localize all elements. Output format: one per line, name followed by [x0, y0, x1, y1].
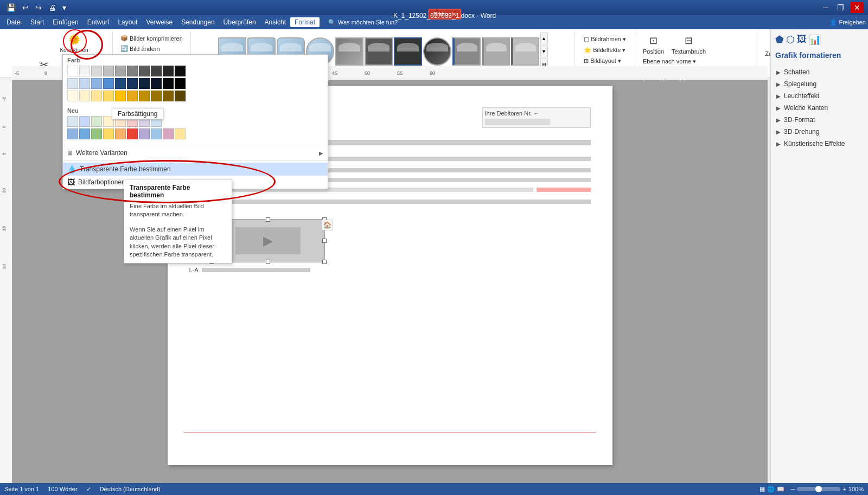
bildrahmen-button[interactable]: ▢ Bildrahmen ▾ [582, 35, 628, 44]
swatch-y7[interactable] [139, 91, 150, 101]
close-icon[interactable]: ✕ [851, 2, 864, 13]
swatch-y2[interactable] [79, 91, 90, 101]
swatch-n5[interactable] [115, 116, 126, 127]
swatch-y10[interactable] [175, 91, 186, 101]
pentagon-icon[interactable]: ⬟ [775, 34, 784, 46]
swatch-n4[interactable] [103, 116, 114, 127]
zoom-in-icon[interactable]: + [843, 486, 846, 492]
redo-icon[interactable]: ↪ [33, 2, 44, 13]
swatch-r2[interactable] [79, 128, 90, 139]
gallery-scroll-down[interactable]: ▼ [540, 46, 548, 57]
korrekturen-button[interactable]: 🌞 Korrekturen [61, 33, 87, 54]
zoom-out-icon[interactable]: ─ [791, 486, 795, 492]
image-icon[interactable]: 🖼 [797, 34, 807, 46]
position-button[interactable]: ⊡ Position [641, 34, 666, 56]
swatch-y9[interactable] [163, 91, 174, 101]
tab-einfugen[interactable]: Einfügen [48, 17, 82, 27]
swatch-1[interactable] [79, 66, 90, 76]
swatch-9[interactable] [175, 66, 186, 76]
handle-tc[interactable] [266, 217, 270, 222]
swatch-y8[interactable] [151, 91, 162, 101]
swatch-r8[interactable] [151, 128, 162, 139]
gallery-item-10[interactable] [482, 37, 510, 66]
swatch-y6[interactable] [127, 91, 138, 101]
swatch-b6[interactable] [127, 78, 138, 89]
weiche-kanten-item[interactable]: ▶ Weiche Kanten [775, 102, 864, 114]
weitere-varianten-item[interactable]: ⊞ Weitere Varianten ▶ [63, 147, 328, 159]
transparente-farbe-item[interactable]: 💧 Transparente Farbe bestimmen [63, 163, 328, 176]
swatch-b7[interactable] [139, 78, 150, 89]
view-normal-icon[interactable]: ▦ [760, 486, 765, 493]
swatch-n2[interactable] [79, 116, 90, 127]
3d-drehung-item[interactable]: ▶ 3D-Drehung [775, 126, 864, 138]
ebene-vorne-button[interactable]: Ebene nach vorne ▾ [641, 57, 750, 66]
print-icon[interactable]: 🖨 [46, 2, 58, 13]
gallery-item-5[interactable] [335, 37, 363, 66]
swatch-r9[interactable] [163, 128, 174, 139]
swatch-6[interactable] [139, 66, 150, 76]
tab-entwurf[interactable]: Entwurf [83, 17, 114, 27]
customize-icon[interactable]: ▾ [60, 2, 68, 13]
swatch-y3[interactable] [91, 91, 102, 101]
swatch-b5[interactable] [115, 78, 126, 89]
tab-start[interactable]: Start [26, 17, 48, 27]
undo-icon[interactable]: ↩ [20, 2, 31, 13]
swatch-n7[interactable] [139, 116, 150, 127]
kunstlerische-effekte-item[interactable]: ▶ Künstlerische Effekte [775, 138, 864, 150]
swatch-b9[interactable] [163, 78, 174, 89]
swatch-n8[interactable] [151, 116, 162, 127]
swatch-white[interactable] [67, 66, 78, 76]
tab-uberprüfen[interactable]: Überprüfen [219, 17, 260, 27]
tab-datei[interactable]: Datei [2, 17, 26, 27]
schatten-item[interactable]: ▶ Schatten [775, 66, 864, 78]
view-read-icon[interactable]: 📖 [777, 486, 784, 493]
chart-icon[interactable]: 📊 [809, 34, 821, 46]
gallery-scroll-up[interactable]: ▲ [540, 33, 548, 44]
swatch-r6[interactable] [127, 128, 138, 139]
swatch-r7[interactable] [139, 128, 150, 139]
swatch-r10[interactable] [175, 128, 186, 139]
tab-sendungen[interactable]: Sendungen [177, 17, 219, 27]
view-web-icon[interactable]: 🌐 [767, 486, 775, 493]
bildlayout-button[interactable]: ⊞ Bildlayout ▾ [582, 56, 628, 66]
gallery-item-8[interactable] [423, 37, 451, 66]
image-position-icon[interactable]: 🏠 [322, 220, 333, 230]
swatch-y5[interactable] [115, 91, 126, 101]
swatch-n1[interactable] [67, 116, 78, 127]
swatch-r1[interactable] [67, 128, 78, 139]
tab-format[interactable]: Format [290, 17, 320, 27]
swatch-y4[interactable] [103, 91, 114, 101]
swatch-b10[interactable] [175, 78, 186, 89]
handle-mr[interactable] [322, 239, 327, 243]
swatch-8[interactable] [163, 66, 174, 76]
swatch-n3[interactable] [91, 116, 102, 127]
handle-bc[interactable] [266, 260, 270, 264]
tab-verweise[interactable]: Verweise [142, 17, 177, 27]
swatch-b8[interactable] [151, 78, 162, 89]
bildeffekte-button[interactable]: 🌟 Bildeffekte ▾ [582, 46, 628, 55]
swatch-b1[interactable] [67, 78, 78, 89]
swatch-r5[interactable] [115, 128, 126, 139]
swatch-b3[interactable] [91, 78, 102, 89]
bilder-komprimieren-button[interactable]: 📦 Bilder komprimieren [118, 34, 185, 43]
swatch-2[interactable] [91, 66, 102, 76]
swatch-3[interactable] [103, 66, 114, 76]
swatch-r4[interactable] [103, 128, 114, 139]
leuchteffekt-item[interactable]: ▶ Leuchteffekt [775, 90, 864, 102]
spiegelung-item[interactable]: ▶ Spiegelung [775, 78, 864, 90]
swatch-b2[interactable] [79, 78, 90, 89]
swatch-b4[interactable] [103, 78, 114, 89]
minimize-icon[interactable]: ─ [821, 2, 831, 13]
handle-br[interactable] [322, 260, 327, 264]
save-icon[interactable]: 💾 [4, 2, 18, 13]
swatch-7[interactable] [151, 66, 162, 76]
zoom-slider[interactable] [797, 487, 840, 491]
gallery-item-9[interactable] [452, 37, 481, 66]
tab-ansicht[interactable]: Ansicht [260, 17, 290, 27]
gallery-item-11[interactable] [511, 37, 539, 66]
swatch-5[interactable] [127, 66, 138, 76]
bild-andern-button[interactable]: 🔄 Bild ändern [118, 44, 185, 53]
swatch-y1[interactable] [67, 91, 78, 101]
3d-format-item[interactable]: ▶ 3D-Format [775, 114, 864, 126]
swatch-r3[interactable] [91, 128, 102, 139]
